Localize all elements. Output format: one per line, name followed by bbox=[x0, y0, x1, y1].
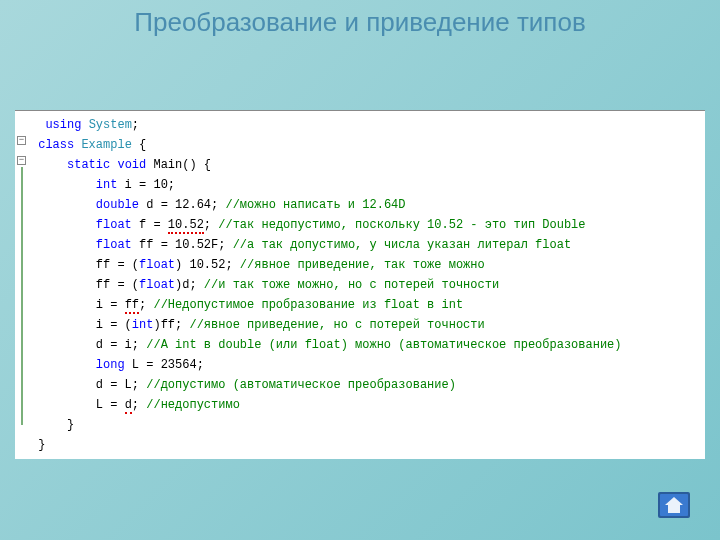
svg-rect-3 bbox=[668, 505, 680, 513]
code-line: float f = 10.52; //так недопустимо, поск… bbox=[15, 215, 705, 235]
code-line: i = ff; //Недопустимое пробразование из … bbox=[15, 295, 705, 315]
code-line: } bbox=[15, 435, 705, 455]
code-line: static void Main() { bbox=[15, 155, 705, 175]
code-line: i = (int)ff; //явное приведение, но с по… bbox=[15, 315, 705, 335]
code-block: − − using System; class Example { static… bbox=[15, 110, 705, 459]
code-gutter: − − bbox=[15, 111, 29, 459]
code-line: ff = (float)d; //и так тоже можно, но с … bbox=[15, 275, 705, 295]
code-line: class Example { bbox=[15, 135, 705, 155]
code-line: int i = 10; bbox=[15, 175, 705, 195]
fold-toggle-icon[interactable]: − bbox=[17, 136, 26, 145]
code-line: long L = 23564; bbox=[15, 355, 705, 375]
code-line: float ff = 10.52F; //а так допустимо, у … bbox=[15, 235, 705, 255]
code-line: L = d; //недопустимо bbox=[15, 395, 705, 415]
home-nav-icon[interactable] bbox=[658, 492, 690, 518]
error-squiggle: 10.52 bbox=[168, 218, 204, 234]
change-marker bbox=[21, 167, 23, 425]
code-line: using System; bbox=[15, 115, 705, 135]
fold-toggle-icon[interactable]: − bbox=[17, 156, 26, 165]
slide-title: Преобразование и приведение типов bbox=[0, 0, 720, 40]
error-squiggle: ff bbox=[125, 298, 139, 314]
code-line: d = i; //А int в double (или float) можн… bbox=[15, 335, 705, 355]
code-line: } bbox=[15, 415, 705, 435]
code-line: double d = 12.64; //можно написать и 12.… bbox=[15, 195, 705, 215]
code-line: ff = (float) 10.52; //явное приведение, … bbox=[15, 255, 705, 275]
error-squiggle: d bbox=[125, 398, 132, 414]
code-line: d = L; //допустимо (автоматическое преоб… bbox=[15, 375, 705, 395]
